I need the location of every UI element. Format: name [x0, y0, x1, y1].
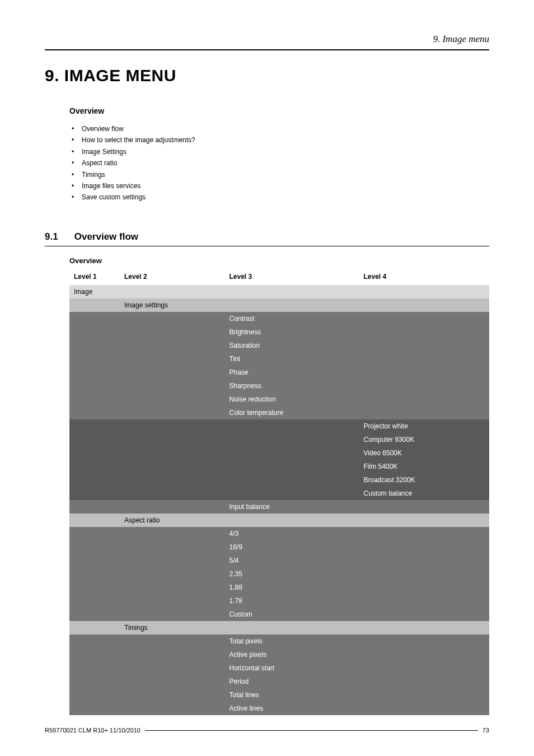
table-cell	[120, 554, 225, 567]
table-cell	[120, 661, 225, 675]
table-cell	[69, 339, 120, 352]
table-row: 4/3	[69, 527, 489, 540]
table-row: Broadcast 3200K	[69, 473, 489, 487]
table-cell	[225, 446, 359, 460]
table-cell	[120, 581, 225, 594]
table-row: Noise reduction	[69, 393, 489, 406]
table-cell	[120, 393, 225, 406]
table-cell	[359, 554, 490, 567]
table-cell	[69, 661, 120, 675]
table-cell	[359, 312, 490, 325]
table-cell	[359, 339, 490, 352]
table-row: 16/9	[69, 540, 489, 554]
table-row: Image settings	[69, 298, 489, 312]
table-header-row: Level 1 Level 2 Level 3 Level 4	[69, 270, 489, 285]
table-cell	[120, 648, 225, 661]
table-cell	[69, 298, 120, 312]
table-cell: 1.88	[225, 581, 359, 594]
table-cell: Video 6500K	[359, 446, 490, 460]
table-row: Active lines	[69, 702, 489, 715]
section-heading: 9.1 Overview flow	[45, 231, 489, 246]
col-header-level2: Level 2	[120, 270, 225, 285]
chapter-title: 9. IMAGE MENU	[45, 66, 489, 85]
table-cell	[359, 325, 490, 339]
table-cell	[225, 487, 359, 500]
table-cell	[120, 352, 225, 366]
table-cell	[225, 460, 359, 473]
table-cell	[69, 460, 120, 473]
running-header: 9. Image menu	[45, 34, 489, 50]
table-cell: Film 5400K	[359, 460, 490, 473]
table-cell	[120, 325, 225, 339]
table-cell	[69, 352, 120, 366]
toc-item: Image Settings	[69, 146, 489, 157]
table-row: 1.78	[69, 594, 489, 608]
table-cell	[69, 527, 120, 540]
table-row: Projector white	[69, 419, 489, 433]
table-cell	[69, 675, 120, 688]
table-cell	[120, 446, 225, 460]
table-cell	[359, 514, 490, 527]
table-cell	[359, 608, 490, 621]
table-cell	[359, 702, 490, 715]
table-cell	[359, 648, 490, 661]
toc-item: Timings	[69, 169, 489, 180]
toc-item: Aspect ratio	[69, 157, 489, 169]
table-cell	[120, 433, 225, 446]
table-cell	[359, 393, 490, 406]
table-cell	[69, 366, 120, 379]
table-cell	[359, 352, 490, 366]
table-cell	[120, 594, 225, 608]
table-cell	[120, 339, 225, 352]
table-cell	[359, 581, 490, 594]
table-cell: Color temperature	[225, 406, 359, 419]
table-cell	[225, 419, 359, 433]
col-header-level3: Level 3	[225, 270, 359, 285]
table-cell	[359, 540, 490, 554]
table-cell	[120, 460, 225, 473]
table-row: Horizontal start	[69, 661, 489, 675]
table-cell	[120, 366, 225, 379]
table-cell	[359, 366, 490, 379]
table-cell	[69, 393, 120, 406]
page-footer: R59770021 CLM R10+ 11/10/2010 73	[45, 727, 489, 734]
table-cell: Total lines	[225, 688, 359, 702]
footer-page-number: 73	[483, 727, 489, 734]
table-cell	[69, 688, 120, 702]
table-cell	[359, 500, 490, 514]
table-cell: Projector white	[359, 419, 490, 433]
table-cell	[69, 554, 120, 567]
table-cell: Active pixels	[225, 648, 359, 661]
table-cell: Aspect ratio	[120, 514, 225, 527]
table-row: Color temperature	[69, 406, 489, 419]
table-cell	[69, 540, 120, 554]
table-row: Custom	[69, 608, 489, 621]
table-row: Saturation	[69, 339, 489, 352]
table-cell: Total pixels	[225, 634, 359, 648]
table-cell: Image	[69, 285, 120, 298]
table-cell	[69, 594, 120, 608]
table-cell	[120, 527, 225, 540]
table-cell: Noise reduction	[225, 393, 359, 406]
table-cell	[69, 621, 120, 634]
table-row: Input balance	[69, 500, 489, 514]
table-cell	[359, 406, 490, 419]
table-cell	[69, 702, 120, 715]
table-cell	[359, 634, 490, 648]
table-cell: Custom balance	[359, 487, 490, 500]
table-cell: Saturation	[225, 339, 359, 352]
table-row: Aspect ratio	[69, 514, 489, 527]
table-cell	[225, 473, 359, 487]
table-cell	[359, 675, 490, 688]
col-header-level4: Level 4	[359, 270, 490, 285]
table-cell	[120, 634, 225, 648]
table-cell	[69, 325, 120, 339]
table-row: 5/4	[69, 554, 489, 567]
table-cell	[359, 567, 490, 581]
table-cell: 5/4	[225, 554, 359, 567]
table-cell: Period	[225, 675, 359, 688]
table-cell	[120, 487, 225, 500]
table-cell	[120, 567, 225, 581]
table-cell	[69, 634, 120, 648]
table-cell	[69, 473, 120, 487]
